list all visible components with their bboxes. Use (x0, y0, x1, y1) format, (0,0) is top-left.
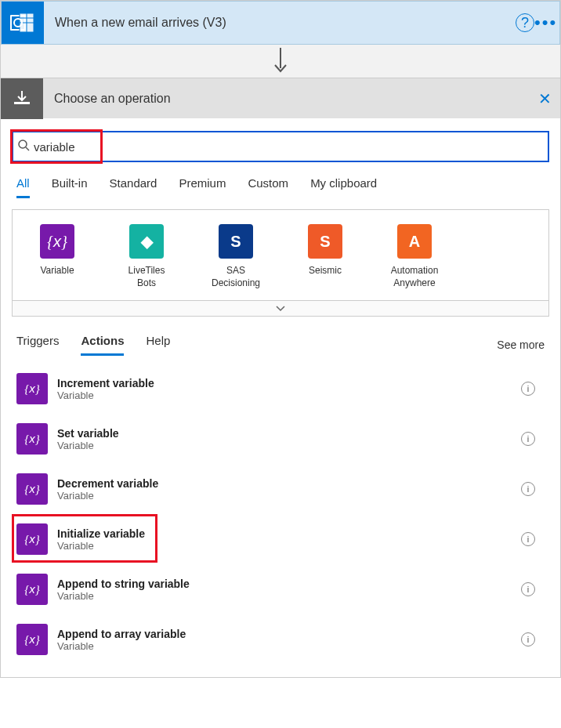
action-append-to-string-variable[interactable]: {x}Append to string variableVariablei (12, 564, 546, 614)
action-subtitle: Variable (57, 490, 521, 502)
variable-icon: {x} (16, 473, 48, 505)
search-input[interactable] (34, 132, 548, 161)
action-subtitle: Variable (57, 440, 521, 451)
info-icon[interactable]: i (521, 432, 535, 446)
info-icon[interactable]: i (521, 482, 535, 496)
action-text: Set variableVariable (57, 427, 521, 451)
more-menu-icon[interactable]: ••• (534, 13, 559, 33)
category-tab-standard[interactable]: Standard (110, 176, 157, 198)
info-icon[interactable]: i (521, 582, 535, 596)
flow-arrow (1, 45, 560, 78)
collapse-toggle[interactable] (12, 301, 549, 317)
trigger-card[interactable]: When a new email arrives (V3) ? ••• (1, 1, 560, 45)
connector-seismic[interactable]: SSeismic (296, 224, 354, 289)
action-append-to-array-variable[interactable]: {x}Append to array variableVariablei (12, 614, 546, 665)
actions-list[interactable]: {x}Increment variableVariablei{x}Set var… (12, 364, 549, 677)
search-icon (13, 139, 34, 154)
see-more-link[interactable]: See more (497, 339, 545, 351)
action-title: Increment variable (57, 377, 521, 389)
choose-title: Choose an operation (43, 92, 529, 106)
search-box (12, 131, 549, 162)
action-text: Append to array variableVariable (57, 628, 521, 652)
operation-icon (1, 78, 43, 119)
info-icon[interactable]: i (521, 532, 535, 546)
svg-line-12 (26, 147, 29, 150)
action-title: Decrement variable (57, 477, 521, 490)
connector-automation-anywhere[interactable]: AAutomation Anywhere (385, 224, 443, 289)
outlook-icon (2, 2, 44, 44)
category-tab-premium[interactable]: Premium (179, 176, 226, 198)
connector-label: SAS Decisioning (207, 265, 265, 289)
action-title: Append to array variable (57, 628, 521, 640)
sub-tab-actions[interactable]: Actions (81, 334, 124, 356)
help-icon[interactable]: ? (516, 13, 534, 32)
connector-label: Variable (40, 265, 74, 277)
action-text: Increment variableVariable (57, 377, 521, 401)
connector-sas-decisioning[interactable]: SSAS Decisioning (207, 224, 265, 289)
info-icon[interactable]: i (521, 632, 535, 647)
sub-tab-row: TriggersActionsHelp See more (12, 334, 549, 356)
action-set-variable[interactable]: {x}Set variableVariablei (12, 414, 546, 464)
variable-icon: {x} (16, 523, 48, 555)
connectors-box: {x}Variable◆LiveTiles BotsSSAS Decisioni… (12, 209, 549, 301)
category-tab-all[interactable]: All (16, 176, 30, 198)
connector-icon: A (397, 224, 432, 259)
action-decrement-variable[interactable]: {x}Decrement variableVariablei (12, 464, 546, 514)
action-subtitle: Variable (57, 389, 521, 401)
connector-variable[interactable]: {x}Variable (28, 224, 86, 289)
connector-label: Seismic (309, 265, 342, 277)
action-subtitle: Variable (57, 590, 521, 602)
category-tabs: AllBuilt-inStandardPremiumCustomMy clipb… (12, 176, 549, 198)
action-increment-variable[interactable]: {x}Increment variableVariablei (12, 364, 546, 414)
category-tab-custom[interactable]: Custom (248, 176, 288, 198)
action-subtitle: Variable (57, 540, 521, 552)
info-icon[interactable]: i (521, 382, 535, 396)
action-title: Initialize variable (57, 527, 521, 540)
action-initialize-variable[interactable]: {x}Initialize variableVariablei (12, 514, 546, 564)
choose-operation-header: Choose an operation ✕ (1, 78, 560, 118)
svg-point-11 (19, 140, 27, 148)
connector-label: LiveTiles Bots (118, 265, 176, 289)
variable-icon: {x} (16, 624, 48, 655)
category-tab-my-clipboard[interactable]: My clipboard (310, 176, 377, 198)
connector-icon: {x} (40, 224, 74, 259)
connector-livetiles-bots[interactable]: ◆LiveTiles Bots (118, 224, 176, 289)
svg-rect-9 (14, 102, 30, 104)
action-text: Decrement variableVariable (57, 477, 521, 502)
action-subtitle: Variable (57, 640, 521, 652)
connector-icon: S (219, 224, 253, 259)
category-tab-built-in[interactable]: Built-in (52, 176, 88, 198)
connector-icon: S (308, 224, 342, 259)
variable-icon: {x} (16, 574, 48, 605)
connector-icon: ◆ (129, 224, 164, 259)
operation-panel: AllBuilt-inStandardPremiumCustomMy clipb… (1, 118, 560, 677)
variable-icon: {x} (16, 373, 48, 404)
trigger-title: When a new email arrives (V3) (44, 16, 516, 30)
action-title: Append to string variable (57, 578, 521, 590)
action-text: Append to string variableVariable (57, 578, 521, 602)
close-icon[interactable]: ✕ (529, 89, 560, 108)
variable-icon: {x} (16, 423, 48, 455)
connector-label: Automation Anywhere (385, 265, 443, 289)
action-text: Initialize variableVariable (57, 527, 521, 552)
sub-tab-triggers[interactable]: Triggers (16, 334, 59, 356)
sub-tab-help[interactable]: Help (146, 334, 170, 356)
action-title: Set variable (57, 427, 521, 440)
